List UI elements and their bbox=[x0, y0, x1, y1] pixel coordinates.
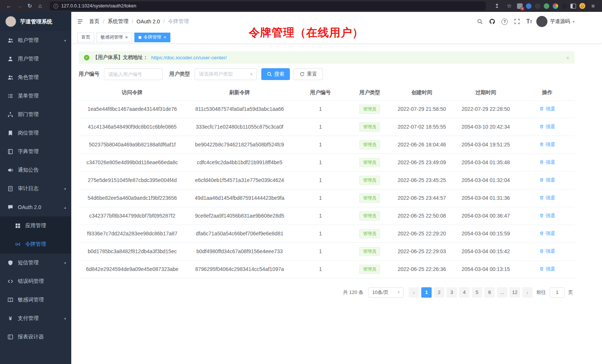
tab-token[interactable]: 令牌管理 × bbox=[134, 33, 171, 42]
page-button-3[interactable]: 3 bbox=[446, 287, 457, 298]
breadcrumb-home[interactable]: 首页 bbox=[89, 18, 99, 25]
bookmark-star-icon[interactable]: ☆ bbox=[505, 0, 514, 12]
sidebar-item-label: 令牌管理 bbox=[25, 241, 66, 248]
forward-icon[interactable]: → bbox=[15, 0, 24, 12]
user-type-cell: 管理员 bbox=[347, 242, 392, 260]
page-ellipsis-button[interactable]: ... bbox=[497, 287, 507, 298]
action-cell: 强退 bbox=[520, 136, 575, 153]
browser-menu-icon[interactable]: ≡ bbox=[589, 0, 598, 12]
force-logout-button[interactable]: 强退 bbox=[539, 177, 555, 183]
tab-label: 敏感词管理 bbox=[101, 34, 123, 40]
sidebar-item-notice[interactable]: 通知公告 bbox=[0, 161, 71, 179]
font-size-icon[interactable]: TT bbox=[526, 19, 532, 24]
sidebar-item-pay[interactable]: ¥ 支付管理 ▾ bbox=[0, 309, 71, 328]
profile-avatar[interactable]: ☺ bbox=[579, 3, 585, 9]
user-type-tag: 管理员 bbox=[359, 140, 380, 149]
app-header: 首页 / 系统管理 / OAuth 2.0 / 令牌管理 ? TT 芋道源码 ▾ bbox=[71, 12, 602, 31]
user-id-cell: 1 bbox=[293, 189, 347, 207]
extension-green-icon[interactable] bbox=[544, 3, 549, 9]
search-button[interactable]: 搜索 bbox=[261, 68, 290, 80]
sidebar-item-dict[interactable]: 字典管理 bbox=[0, 142, 71, 161]
force-logout-button[interactable]: 强退 bbox=[539, 159, 555, 166]
alert-close-icon[interactable]: × bbox=[566, 54, 569, 61]
sidebar-item-audit-log[interactable]: 审计日志 ▾ bbox=[0, 179, 71, 198]
sidebar-collapse-icon[interactable] bbox=[77, 19, 83, 24]
page-button-1[interactable]: 1 bbox=[421, 287, 432, 298]
sidebar-item-oauth2-token[interactable]: 令牌管理 bbox=[0, 235, 71, 254]
tab-sensitive-word[interactable]: 敏感词管理 × bbox=[96, 33, 132, 42]
page-size-select[interactable]: 10条/页 ▾ bbox=[369, 287, 403, 298]
sidebar-item-dept[interactable]: 部门管理 bbox=[0, 105, 71, 124]
sidebar-item-post[interactable]: 岗位管理 bbox=[0, 124, 71, 142]
back-icon[interactable]: ← bbox=[4, 0, 13, 12]
sidebar-item-menu[interactable]: 菜单管理 bbox=[0, 87, 71, 105]
sidebar-item-user[interactable]: 用户管理 bbox=[0, 50, 71, 68]
sidebar-item-error-code[interactable]: 错误码管理 bbox=[0, 272, 71, 291]
sidebar-item-sensitive-word[interactable]: 敏感词管理 bbox=[0, 291, 71, 309]
search-icon[interactable] bbox=[477, 19, 483, 24]
page-button-5[interactable]: 5 bbox=[472, 287, 482, 298]
prev-page-button[interactable]: ‹ bbox=[409, 287, 419, 298]
force-logout-button[interactable]: 强退 bbox=[539, 195, 555, 201]
goto-page-input[interactable] bbox=[550, 287, 565, 298]
extension-blue-icon[interactable] bbox=[526, 3, 531, 9]
close-icon[interactable]: × bbox=[125, 35, 128, 40]
extension-dark-icon[interactable] bbox=[535, 3, 540, 9]
close-icon[interactable]: × bbox=[164, 35, 167, 40]
home-icon[interactable]: ⌂ bbox=[36, 0, 45, 12]
app-grid-icon bbox=[14, 223, 21, 229]
expire-time-cell: 2054-03-04 00:36:47 bbox=[452, 207, 520, 225]
page-button-2[interactable]: 2 bbox=[434, 287, 444, 298]
force-logout-button[interactable]: 强退 bbox=[539, 248, 555, 255]
github-icon[interactable] bbox=[489, 19, 495, 24]
sidebar-item-oauth2[interactable]: OAuth 2.0 ▴ bbox=[0, 198, 71, 216]
user-menu[interactable]: 芋道源码 ▾ bbox=[536, 16, 575, 27]
user-id-cell: 1 bbox=[293, 136, 347, 153]
code-brackets-icon bbox=[7, 278, 14, 284]
sidebar-item-report-designer[interactable]: 报表设计器 bbox=[0, 328, 71, 346]
force-logout-button[interactable]: 强退 bbox=[539, 106, 555, 112]
reset-button[interactable]: 重置 bbox=[294, 68, 323, 80]
action-cell: 强退 bbox=[520, 260, 575, 278]
user-type-select[interactable]: 请选择用户类型 ▾ bbox=[194, 68, 257, 80]
page-button-4[interactable]: 4 bbox=[459, 287, 470, 298]
refresh-icon[interactable]: ↻ bbox=[25, 0, 34, 12]
extension-pinwheel-icon[interactable] bbox=[553, 3, 558, 9]
table-row: f9336e7c7dd242a283ee98dc86b17a87 dfa6c71… bbox=[79, 225, 575, 242]
extensions-icon[interactable]: 0 bbox=[517, 3, 523, 9]
sidebar-toggle-icon[interactable] bbox=[570, 4, 576, 9]
fullscreen-icon[interactable] bbox=[514, 19, 520, 24]
action-cell: 强退 bbox=[520, 225, 575, 242]
refresh-icon bbox=[300, 72, 305, 77]
expire-time-cell: 2054-03-04 00:13:15 bbox=[452, 260, 520, 278]
sidebar-item-sms[interactable]: 短信管理 ▾ bbox=[0, 254, 71, 272]
share-icon[interactable]: ↥ bbox=[493, 0, 501, 12]
browser-actions: ↥ ☆ 0 ☺ ≡ bbox=[493, 0, 598, 12]
force-logout-button[interactable]: 强退 bbox=[539, 212, 555, 219]
breadcrumb-system[interactable]: 系统管理 bbox=[108, 18, 128, 25]
access-token-cell: b0d1785bc3a8482f812db4a3f3bd15ec bbox=[79, 242, 186, 260]
force-logout-button[interactable]: 强退 bbox=[539, 230, 555, 237]
doc-link[interactable]: https://doc.iocoder.cn/user-center/ bbox=[151, 55, 227, 60]
force-logout-button[interactable]: 强退 bbox=[539, 123, 555, 130]
sidebar-item-oauth2-client[interactable]: 应用管理 bbox=[0, 216, 71, 235]
sidebar-item-role[interactable]: 角色管理 bbox=[0, 68, 71, 87]
url-text: 127.0.0.1:1024/system/oauth2/token bbox=[61, 3, 136, 9]
page-button-6[interactable]: 6 bbox=[484, 287, 495, 298]
page-button-12[interactable]: 12 bbox=[510, 287, 520, 298]
extension-paw-icon[interactable] bbox=[562, 3, 567, 9]
help-icon[interactable]: ? bbox=[501, 19, 508, 25]
app-logo: 芋道管理系统 bbox=[0, 12, 71, 31]
sidebar-item-tenant[interactable]: 租户管理 ▾ bbox=[0, 31, 71, 50]
force-logout-button[interactable]: 强退 bbox=[539, 266, 555, 272]
url-bar[interactable]: i 127.0.0.1:1024/system/oauth2/token bbox=[50, 1, 486, 10]
tab-home[interactable]: 首页 bbox=[77, 33, 94, 42]
force-logout-button[interactable]: 强退 bbox=[539, 141, 555, 148]
user-id-input[interactable] bbox=[104, 68, 163, 80]
breadcrumb-oauth2[interactable]: OAuth 2.0 bbox=[137, 19, 160, 24]
user-id-cell: 1 bbox=[293, 242, 347, 260]
next-page-button[interactable]: › bbox=[522, 287, 533, 298]
site-info-icon[interactable]: i bbox=[53, 4, 58, 9]
expire-time-cell: 2054-03-10 20:42:34 bbox=[452, 118, 520, 136]
trash-icon bbox=[539, 142, 544, 147]
